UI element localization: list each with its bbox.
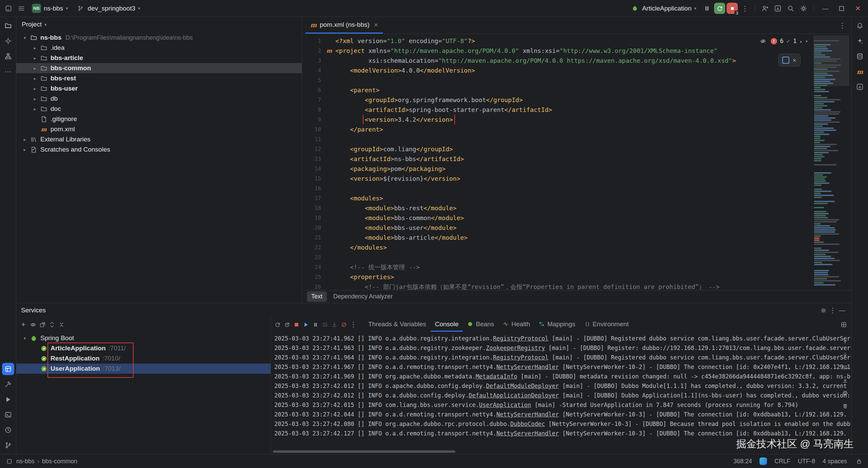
hide-panel-icon[interactable]: — xyxy=(838,306,847,315)
chevron-right-icon[interactable]: ▸ xyxy=(31,96,39,101)
update-application-icon[interactable] xyxy=(282,320,291,329)
service-item[interactable]: ▾Spring Boot xyxy=(16,333,271,343)
console-link[interactable]: NettyServerHandler xyxy=(496,411,559,418)
project-widget[interactable]: NB ns-bbs ▾ xyxy=(28,2,72,15)
close-icon[interactable]: × xyxy=(793,56,796,64)
inspections-widget[interactable]: ! 6 ✓ 1 ▴ ▾ xyxy=(759,37,808,45)
project-tree-item[interactable]: ▸bbs-user xyxy=(16,83,302,94)
maven-icon[interactable]: m xyxy=(854,65,866,78)
file-encoding[interactable]: UTF-8 xyxy=(798,458,815,465)
search-icon[interactable] xyxy=(785,3,796,14)
unsubscribe-icon[interactable] xyxy=(339,320,348,329)
scroll-to-end-icon[interactable] xyxy=(841,376,849,385)
project-tree-item[interactable]: mpom.xml xyxy=(16,124,302,134)
services-tool-icon[interactable] xyxy=(2,363,14,375)
console-output[interactable]: 2025-03-03 23:27:41.962 [] INFO o.a.dubb… xyxy=(271,332,851,454)
line-separator[interactable]: CRLF xyxy=(774,458,790,465)
service-item[interactable]: UserApplication:7013/ xyxy=(16,364,271,374)
pause-button[interactable] xyxy=(701,3,713,14)
indent-style[interactable]: 4 spaces xyxy=(823,458,847,465)
console-link[interactable]: DubboCodec xyxy=(510,421,545,427)
scroll-up-icon[interactable] xyxy=(841,337,849,346)
settings-gear-icon[interactable] xyxy=(798,3,809,14)
project-tree-item[interactable]: ▸External Libraries xyxy=(16,134,302,144)
pause-output-icon[interactable] xyxy=(311,320,320,329)
resume-icon[interactable] xyxy=(301,320,310,329)
breadcrumb-submodule[interactable]: bbs-common xyxy=(42,458,77,465)
project-tree-item[interactable]: ▸doc xyxy=(16,104,302,114)
commit-tool-icon[interactable] xyxy=(2,35,14,47)
highlight-level-eye-icon[interactable] xyxy=(759,37,768,45)
console-link[interactable]: RegistryProtocol xyxy=(493,354,549,361)
database-icon[interactable] xyxy=(854,50,866,62)
rerun-icon[interactable] xyxy=(273,320,282,329)
translate-icon[interactable]: A xyxy=(772,3,784,14)
project-tree-item[interactable]: ▸bbs-rest xyxy=(16,73,302,83)
close-button[interactable]: × xyxy=(850,3,865,14)
run-tool-icon[interactable] xyxy=(2,393,14,406)
translation-plugin-icon[interactable]: A xyxy=(854,81,866,93)
breadcrumb-module[interactable]: ns-bbs xyxy=(16,458,35,465)
console-link[interactable]: DefaultModuleDeployer xyxy=(486,383,559,389)
clear-console-trash-icon[interactable] xyxy=(841,402,849,410)
close-tab-icon[interactable]: × xyxy=(374,21,378,29)
stop-button[interactable]: 3 xyxy=(727,3,738,14)
tab-mappings[interactable]: Mappings xyxy=(534,317,579,332)
soft-wrap-icon[interactable] xyxy=(841,363,849,372)
editor-floating-toolbar[interactable]: × xyxy=(778,54,801,66)
project-tree-item[interactable]: ▸.idea xyxy=(16,43,302,53)
scroll-to-end-icon[interactable] xyxy=(330,320,339,329)
chevron-down-icon[interactable]: ▾ xyxy=(20,35,29,40)
project-tree-item[interactable]: ▸Scratches and Consoles xyxy=(16,144,302,155)
chevron-right-icon[interactable]: ▸ xyxy=(31,56,39,61)
tool-window-settings-icon[interactable] xyxy=(819,306,828,315)
project-tree-item[interactable]: ▸bbs-common xyxy=(16,63,302,73)
tab-environment[interactable]: {}Environment xyxy=(580,317,633,332)
project-tree-item[interactable]: .gitignore xyxy=(16,114,302,124)
project-panel-header[interactable]: Project ▾ xyxy=(16,17,302,32)
tab-text[interactable]: Text xyxy=(307,291,327,302)
more-tools-icon[interactable]: ⋯ xyxy=(2,65,14,78)
editor-options-icon[interactable]: ⋮ xyxy=(836,20,848,31)
more-actions-icon[interactable]: ⋮ xyxy=(739,3,751,14)
more-icon[interactable]: ⋮ xyxy=(828,306,837,315)
next-problem-icon[interactable]: ▾ xyxy=(805,39,808,44)
console-link[interactable]: UserApplication xyxy=(479,402,531,408)
collapse-all-icon[interactable] xyxy=(57,320,66,329)
editor-tab-pom[interactable]: m pom.xml (ns-bbs) × xyxy=(305,17,383,34)
view-options-eye-icon[interactable] xyxy=(28,320,37,329)
open-in-new-icon[interactable] xyxy=(38,320,47,329)
chevron-right-icon[interactable]: ▸ xyxy=(31,66,39,71)
print-icon[interactable] xyxy=(841,389,849,397)
stop-icon[interactable] xyxy=(292,320,301,329)
tab-beans[interactable]: Beans xyxy=(463,317,498,332)
prev-problem-icon[interactable]: ▴ xyxy=(800,39,802,44)
tab-threads-variables[interactable]: Threads & Variables xyxy=(364,317,431,332)
service-item[interactable]: RestApplication:7010/ xyxy=(16,353,271,364)
chevron-down-icon[interactable]: ▾ xyxy=(20,336,29,341)
lock-icon[interactable] xyxy=(854,457,863,466)
plugin-indicator-icon[interactable] xyxy=(760,457,767,465)
terminal-tool-icon[interactable] xyxy=(2,409,14,421)
console-link[interactable]: NettyServerHandler xyxy=(496,430,559,437)
git-tool-icon[interactable] xyxy=(2,439,14,451)
cursor-position[interactable]: 368:24 xyxy=(733,458,752,465)
structure-tool-icon[interactable] xyxy=(2,50,14,62)
chevron-right-icon[interactable]: ▸ xyxy=(31,86,39,91)
minimize-button[interactable]: — xyxy=(818,3,833,14)
layout-settings-icon[interactable] xyxy=(839,320,848,329)
project-tool-icon[interactable] xyxy=(2,20,14,32)
main-menu-icon[interactable] xyxy=(16,3,27,14)
profiler-tool-icon[interactable] xyxy=(2,424,14,436)
project-tree-item[interactable]: ▸bbs-article xyxy=(16,53,302,63)
rerun-button[interactable] xyxy=(714,3,725,14)
service-item[interactable]: ArticleApplication:7011/ xyxy=(16,343,271,353)
branch-widget[interactable]: dev_springboot3 ▾ xyxy=(73,2,144,15)
add-service-icon[interactable]: + xyxy=(19,320,28,329)
tab-health[interactable]: Health xyxy=(498,317,534,332)
chevron-right-icon[interactable]: ▸ xyxy=(31,106,39,112)
soft-wrap-icon[interactable] xyxy=(320,320,329,329)
tab-console[interactable]: Console xyxy=(431,317,463,332)
expand-all-icon[interactable] xyxy=(47,320,56,329)
console-link[interactable]: RegistryProtocol xyxy=(493,335,549,342)
